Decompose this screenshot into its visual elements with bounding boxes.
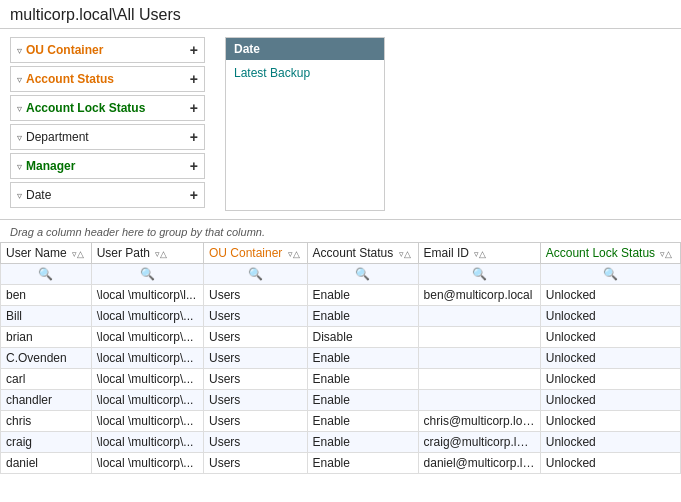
cell-row2-col4	[418, 327, 540, 348]
top-section: ▿ OU Container + ▿ Account Status + ▿ Ac…	[0, 29, 681, 220]
cell-row0-col5: Unlocked	[540, 285, 680, 306]
search-icon-lock: 🔍	[603, 267, 618, 281]
drag-hint: Drag a column header here to group by th…	[0, 220, 681, 242]
cell-row3-col2: Users	[203, 348, 307, 369]
users-table: User Name ▿△ User Path ▿△ OU Container ▿…	[0, 242, 681, 474]
filter-department[interactable]: ▿ Department +	[10, 124, 205, 150]
cell-row4-col0: carl	[1, 369, 92, 390]
filter-manager[interactable]: ▿ Manager +	[10, 153, 205, 179]
filter-label-date: Date	[26, 188, 51, 202]
table-row[interactable]: chandler\local \multicorp\...UsersEnable…	[1, 390, 681, 411]
cell-row8-col1: \local \multicorp\...	[91, 453, 203, 474]
cell-row8-col4: daniel@multicorp.local	[418, 453, 540, 474]
cell-row6-col3: Enable	[307, 411, 418, 432]
filter-label-lock: Account Lock Status	[26, 101, 145, 115]
cell-row6-col1: \local \multicorp\...	[91, 411, 203, 432]
sort-icon-ou: ▿△	[288, 249, 300, 259]
filter-account-status[interactable]: ▿ Account Status +	[10, 66, 205, 92]
sort-icon-account-status: ▿△	[399, 249, 411, 259]
search-icon-username: 🔍	[38, 267, 53, 281]
search-cell-ou[interactable]: 🔍	[203, 264, 307, 285]
cell-row7-col1: \local \multicorp\...	[91, 432, 203, 453]
cell-row2-col2: Users	[203, 327, 307, 348]
filter-plus-ou[interactable]: +	[190, 42, 198, 58]
filter-label-ou: OU Container	[26, 43, 103, 57]
filter-plus-manager[interactable]: +	[190, 158, 198, 174]
latest-backup-link[interactable]: Latest Backup	[234, 66, 310, 80]
cell-row3-col5: Unlocked	[540, 348, 680, 369]
cell-row1-col5: Unlocked	[540, 306, 680, 327]
cell-row1-col0: Bill	[1, 306, 92, 327]
cell-row3-col3: Enable	[307, 348, 418, 369]
cell-row0-col2: Users	[203, 285, 307, 306]
cell-row8-col3: Enable	[307, 453, 418, 474]
filter-plus-dept[interactable]: +	[190, 129, 198, 145]
col-header-userpath[interactable]: User Path ▿△	[91, 243, 203, 264]
col-header-account-status[interactable]: Account Status ▿△	[307, 243, 418, 264]
table-search-row: 🔍 🔍 🔍 🔍 🔍 🔍	[1, 264, 681, 285]
date-panel-body: Latest Backup	[226, 60, 384, 130]
filter-label-dept: Department	[26, 130, 89, 144]
table-row[interactable]: craig\local \multicorp\...UsersEnablecra…	[1, 432, 681, 453]
filter-panel: ▿ OU Container + ▿ Account Status + ▿ Ac…	[10, 37, 205, 211]
cell-row7-col2: Users	[203, 432, 307, 453]
filter-date[interactable]: ▿ Date +	[10, 182, 205, 208]
cell-row1-col2: Users	[203, 306, 307, 327]
table-row[interactable]: Bill\local \multicorp\...UsersEnableUnlo…	[1, 306, 681, 327]
filter-account-lock-status[interactable]: ▿ Account Lock Status +	[10, 95, 205, 121]
search-cell-username[interactable]: 🔍	[1, 264, 92, 285]
filter-funnel-icon-date: ▿	[17, 190, 22, 201]
cell-row4-col1: \local \multicorp\...	[91, 369, 203, 390]
filter-plus-date[interactable]: +	[190, 187, 198, 203]
cell-row0-col3: Enable	[307, 285, 418, 306]
col-header-username[interactable]: User Name ▿△	[1, 243, 92, 264]
table-row[interactable]: C.Ovenden\local \multicorp\...UsersEnabl…	[1, 348, 681, 369]
table-header-row: User Name ▿△ User Path ▿△ OU Container ▿…	[1, 243, 681, 264]
filter-funnel-icon-mgr: ▿	[17, 161, 22, 172]
cell-row8-col5: Unlocked	[540, 453, 680, 474]
table-row[interactable]: daniel\local \multicorp\...UsersEnableda…	[1, 453, 681, 474]
cell-row5-col2: Users	[203, 390, 307, 411]
cell-row8-col0: daniel	[1, 453, 92, 474]
cell-row5-col4	[418, 390, 540, 411]
col-header-ou[interactable]: OU Container ▿△	[203, 243, 307, 264]
table-row[interactable]: ben\local \multicorp\l...UsersEnableben@…	[1, 285, 681, 306]
search-cell-email[interactable]: 🔍	[418, 264, 540, 285]
table-row[interactable]: brian\local \multicorp\...UsersDisableUn…	[1, 327, 681, 348]
page-title: multicorp.local\All Users	[0, 0, 681, 29]
cell-row5-col1: \local \multicorp\...	[91, 390, 203, 411]
cell-row2-col5: Unlocked	[540, 327, 680, 348]
filter-plus-lock[interactable]: +	[190, 100, 198, 116]
cell-row3-col4	[418, 348, 540, 369]
cell-row6-col2: Users	[203, 411, 307, 432]
filter-ou-container[interactable]: ▿ OU Container +	[10, 37, 205, 63]
cell-row6-col0: chris	[1, 411, 92, 432]
col-header-lock-status[interactable]: Account Lock Status ▿△	[540, 243, 680, 264]
table-row[interactable]: chris\local \multicorp\...UsersEnablechr…	[1, 411, 681, 432]
cell-row7-col3: Enable	[307, 432, 418, 453]
cell-row4-col2: Users	[203, 369, 307, 390]
search-cell-account-status[interactable]: 🔍	[307, 264, 418, 285]
cell-row8-col2: Users	[203, 453, 307, 474]
cell-row5-col3: Enable	[307, 390, 418, 411]
cell-row6-col5: Unlocked	[540, 411, 680, 432]
filter-funnel-icon-ou: ▿	[17, 45, 22, 56]
search-icon-userpath: 🔍	[140, 267, 155, 281]
search-icon-email: 🔍	[472, 267, 487, 281]
date-panel-header: Date	[226, 38, 384, 60]
sort-icon-email: ▿△	[474, 249, 486, 259]
cell-row0-col1: \local \multicorp\l...	[91, 285, 203, 306]
cell-row5-col0: chandler	[1, 390, 92, 411]
cell-row2-col0: brian	[1, 327, 92, 348]
date-panel: Date Latest Backup	[225, 37, 385, 211]
cell-row7-col5: Unlocked	[540, 432, 680, 453]
search-cell-userpath[interactable]: 🔍	[91, 264, 203, 285]
search-cell-lock[interactable]: 🔍	[540, 264, 680, 285]
col-header-email[interactable]: Email ID ▿△	[418, 243, 540, 264]
filter-label-manager: Manager	[26, 159, 75, 173]
cell-row4-col3: Enable	[307, 369, 418, 390]
filter-plus-account-status[interactable]: +	[190, 71, 198, 87]
table-row[interactable]: carl\local \multicorp\...UsersEnableUnlo…	[1, 369, 681, 390]
cell-row3-col0: C.Ovenden	[1, 348, 92, 369]
filter-label-account-status: Account Status	[26, 72, 114, 86]
